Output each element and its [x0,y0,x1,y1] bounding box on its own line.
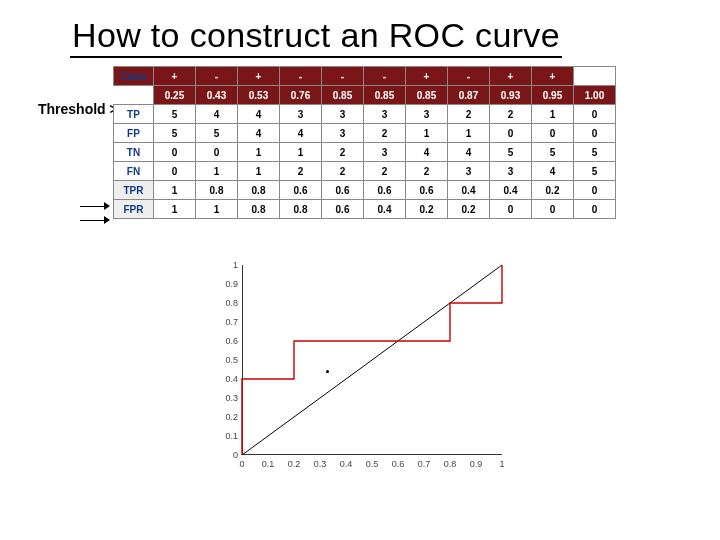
arrow-fpr [80,216,110,226]
diagonal-line [242,265,502,455]
arrow-tpr [80,202,110,212]
row-threshold: 0.25 0.43 0.53 0.76 0.85 0.85 0.85 0.87 … [114,86,616,105]
row-fn: FN 01122223345 [114,162,616,181]
tpr-fpr-arrows [80,202,110,226]
roc-chart: 1 0.9 0.8 0.7 0.6 0.5 0.4 0.3 0.2 0.1 0 … [200,265,530,515]
row-fp: FP 55443211000 [114,124,616,143]
row-tp: TP 54433332210 [114,105,616,124]
page-title: How to construct an ROC curve [70,16,562,58]
row-class-label: Class [114,67,154,86]
row-tpr: TPR 10.80.80.60.60.60.60.40.40.20 [114,181,616,200]
row-tn: TN 00112344555 [114,143,616,162]
roc-table: Class + - + - - - + - + + 0.25 0.43 0.53… [113,66,616,219]
stray-point [326,370,329,373]
roc-svg [242,265,502,455]
row-fpr: FPR 110.80.80.60.40.20.2000 [114,200,616,219]
row-class: Class + - + - - - + - + + [114,67,616,86]
